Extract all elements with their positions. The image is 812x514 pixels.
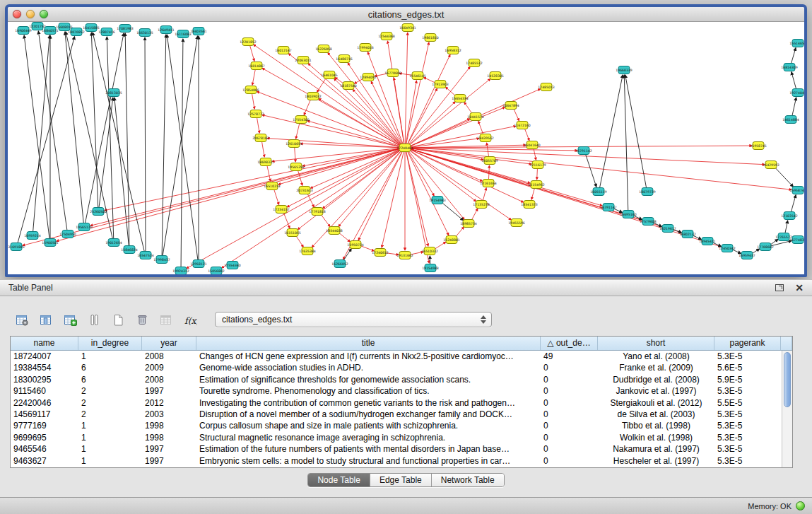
graph-node[interactable]: 16510214 [264, 182, 280, 190]
graph-node[interactable]: 17554340 [224, 262, 240, 269]
graph-node[interactable]: 18945421 [699, 238, 715, 245]
table-row[interactable]: 2242004622012Investigating the contribut… [11, 397, 782, 409]
graph-node[interactable]: 17485013 [538, 83, 554, 91]
table-row[interactable]: 969969511998Structural magnetic resonanc… [11, 432, 782, 443]
table-settings-button[interactable] [11, 310, 33, 329]
graph-node[interactable]: 15695160 [620, 211, 636, 218]
scrollbar-thumb[interactable] [784, 352, 791, 407]
graph-node[interactable]: 17708682 [757, 243, 773, 251]
delete-button[interactable] [131, 310, 153, 329]
graph-node[interactable]: 19565176 [76, 223, 92, 231]
graph-node[interactable]: 22063011 [295, 57, 311, 64]
graph-node[interactable]: 17504950 [59, 230, 76, 238]
graph-node[interactable]: 16055709 [481, 157, 498, 165]
table-row[interactable]: 946362711997Embryonic stem cells: a mode… [11, 455, 782, 467]
graph-node[interactable]: 16480716 [336, 55, 352, 63]
new-document-button[interactable] [107, 310, 129, 329]
rows-button[interactable] [83, 310, 105, 329]
minimize-window-button[interactable] [26, 10, 35, 18]
graph-node[interactable]: 19154988 [422, 264, 438, 272]
graph-node[interactable]: 17994016 [357, 44, 373, 52]
column-header-pagerank[interactable]: pagerank [714, 337, 781, 350]
table-row[interactable]: 1938455462009Genome-wide association stu… [11, 362, 782, 373]
graph-node[interactable]: 20678182 [252, 134, 269, 142]
graph-node[interactable]: 18439552 [477, 134, 493, 142]
graph-node[interactable]: 17240484 [396, 144, 413, 152]
graph-node[interactable]: 19131662 [396, 252, 413, 259]
close-panel-icon[interactable]: ✕ [795, 283, 804, 293]
graph-node[interactable]: 12103542 [781, 212, 797, 220]
graph-node[interactable]: 17554300 [293, 116, 309, 124]
graph-node[interactable]: 17998437 [153, 256, 170, 264]
table-row[interactable]: 946554611997Estimation of the future num… [11, 443, 782, 455]
graph-node[interactable]: 16791142 [575, 147, 592, 155]
graph-node[interactable]: 12161654 [480, 180, 496, 187]
graph-node[interactable]: 15514656 [789, 40, 804, 47]
column-header-title[interactable]: title [196, 337, 541, 350]
graph-node[interactable]: 18219617 [659, 225, 676, 233]
zoom-window-button[interactable] [40, 10, 48, 18]
graph-node[interactable]: 16226058 [315, 45, 331, 53]
graph-node[interactable]: 17791818 [309, 208, 325, 216]
table-row[interactable]: 911546021997Tourette syndrome. Phenomeno… [11, 385, 782, 397]
graph-node[interactable]: 18039032 [305, 93, 321, 100]
graph-node[interactable]: 12578772 [247, 110, 264, 118]
graph-node[interactable]: 16055119 [590, 188, 606, 196]
graph-node[interactable]: 12958121 [190, 260, 206, 268]
close-window-button[interactable] [13, 10, 21, 18]
graph-node[interactable]: 10647894 [502, 102, 519, 110]
graph-node[interactable]: 17913903 [432, 81, 448, 88]
graph-node[interactable]: 18187540 [340, 82, 356, 90]
graph-node[interactable]: 19565358 [288, 163, 304, 171]
graph-node[interactable]: 16415885 [83, 24, 99, 32]
column-header-year[interactable]: year [142, 337, 196, 350]
graph-node[interactable]: 19154983 [429, 197, 445, 204]
graph-node[interactable]: 12544368 [378, 33, 394, 40]
float-panel-icon[interactable] [775, 284, 784, 291]
graph-node[interactable]: 17579608 [640, 218, 656, 226]
graph-node[interactable]: 18541373 [521, 201, 537, 209]
column-header-in_degree[interactable]: in_degree [78, 337, 142, 350]
graph-node[interactable]: 16814309 [781, 64, 797, 71]
graph-node[interactable]: 18070852 [68, 28, 84, 36]
graph-node[interactable]: 17081983 [117, 25, 133, 33]
graph-node[interactable]: 17635384 [299, 247, 315, 255]
column-header-out_de[interactable]: △ out_de… [541, 337, 598, 350]
graph-node[interactable]: 12649411 [158, 26, 174, 34]
graph-node[interactable]: 15958745 [750, 142, 766, 150]
table-row[interactable]: 1872400712008Changes of HCN gene express… [11, 351, 782, 362]
tab-edge-table[interactable]: Edge Table [370, 474, 431, 486]
graph-node[interactable]: 12807416 [98, 28, 114, 36]
table-scrollbar[interactable] [782, 351, 792, 467]
column-chooser-button[interactable] [35, 310, 57, 329]
table-source-dropdown[interactable]: citations_edges.txt [215, 312, 492, 327]
network-graph[interactable]: 1724048416461045180390321755430012610651… [8, 22, 804, 274]
graph-node[interactable]: 12201852 [240, 38, 256, 46]
graph-node[interactable]: 16958312 [445, 47, 461, 54]
graph-node[interactable]: 11672160 [514, 122, 530, 129]
graph-node[interactable]: 16770606 [384, 69, 401, 77]
graph-node[interactable]: 17135278 [473, 201, 489, 209]
column-header-short[interactable]: short [598, 337, 714, 350]
column-header-name[interactable]: name [11, 337, 78, 350]
graph-node[interactable]: 16012147 [275, 47, 291, 54]
graph-node[interactable]: 19455596 [508, 219, 524, 227]
graph-node[interactable]: 15958741 [789, 187, 804, 194]
graph-node[interactable]: 16014867 [248, 62, 264, 70]
graph-node[interactable]: 12610651 [286, 140, 302, 148]
graph-node[interactable]: 15056802 [208, 267, 224, 275]
graph-node[interactable]: 17240612 [372, 249, 388, 257]
graph-node[interactable]: 18985734 [460, 220, 476, 228]
graph-node[interactable]: 17485512 [466, 59, 482, 67]
graph-node[interactable]: 12450342 [719, 245, 735, 252]
function-button[interactable]: f(x) [180, 310, 201, 329]
graph-node[interactable]: 17854066 [242, 86, 259, 94]
graph-node[interactable]: 16461045 [321, 71, 337, 79]
graph-node[interactable]: 25260500 [90, 208, 106, 216]
graph-node[interactable]: 14528305 [487, 72, 503, 80]
graph-node[interactable]: 15154952 [528, 181, 544, 189]
graph-node[interactable]: 19924312 [172, 267, 189, 275]
graph-node[interactable]: 15900501 [42, 239, 58, 247]
tab-node-table[interactable]: Node Table [308, 474, 370, 486]
graph-node[interactable]: 18698331 [257, 158, 273, 166]
